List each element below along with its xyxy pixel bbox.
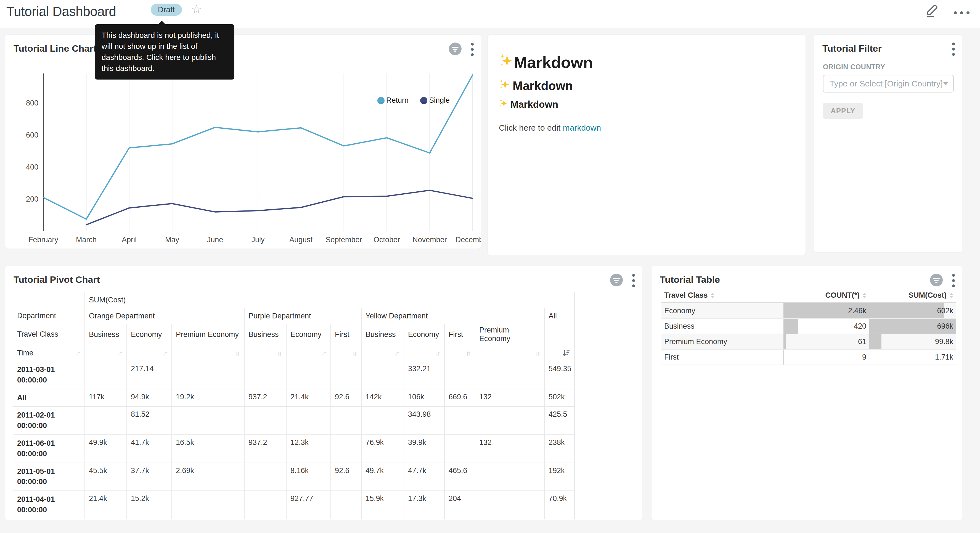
travel-class-cell: Business <box>662 318 783 334</box>
pivot-value-cell <box>286 361 331 389</box>
sort-icon[interactable]: ↓↑ <box>117 349 123 357</box>
pivot-value-cell: 132 <box>475 389 544 407</box>
table-column-header-label: COUNT(*) <box>826 291 860 300</box>
draft-status-badge[interactable]: Draft <box>151 3 182 16</box>
more-options-ellipsis-icon[interactable] <box>954 8 969 14</box>
filter-card-title: Tutorial Filter <box>822 43 882 54</box>
table-value-cell: 1.71k <box>869 349 956 365</box>
kebab-menu-icon[interactable] <box>952 43 955 56</box>
series-line-single[interactable] <box>86 190 473 225</box>
pivot-value-cell: 549.35 <box>544 361 574 389</box>
origin-country-select[interactable]: Type or Select [Origin Country] <box>823 75 954 93</box>
column-sorter-icon[interactable] <box>949 293 953 298</box>
top-header: Tutorial Dashboard Draft ☆ <box>0 0 980 28</box>
sort-desc-active-icon[interactable] <box>562 349 570 357</box>
pivot-value-cell: 19.2k <box>172 389 244 407</box>
table-column-header[interactable]: SUM(Cost) <box>869 288 956 303</box>
sort-icon[interactable]: ↓↑ <box>395 349 400 357</box>
table-value-cell: 2.46k <box>783 303 869 319</box>
pivot-class-header: Business <box>244 324 286 345</box>
value-text: 696k <box>872 322 953 330</box>
pivot-sort-cell[interactable]: ↓↑ <box>85 345 127 361</box>
travel-class-table-wrap: Travel ClassCOUNT(*)SUM(Cost)Economy2.46… <box>662 288 956 365</box>
travel-class-table: Travel ClassCOUNT(*)SUM(Cost)Economy2.46… <box>662 288 956 365</box>
pivot-value-cell: 94.9k <box>127 389 172 407</box>
filter-circle-icon[interactable] <box>930 274 943 287</box>
kebab-menu-icon[interactable] <box>632 274 635 287</box>
table-card-title: Tutorial Table <box>660 274 720 285</box>
pivot-value-cell <box>331 491 361 519</box>
sort-icon[interactable]: ↓↑ <box>75 349 81 357</box>
pivot-sort-cell[interactable] <box>544 345 574 361</box>
pivot-sort-cell[interactable]: ↓↑ <box>444 345 475 361</box>
y-axis-tick-label: 600 <box>26 131 38 139</box>
pivot-group-header: Yellow Department <box>361 308 544 324</box>
sort-icon[interactable]: ↓↑ <box>321 349 326 357</box>
markdown-edit-link[interactable]: markdown <box>563 123 601 132</box>
pivot-sort-cell[interactable]: ↓↑ <box>286 345 331 361</box>
sort-icon[interactable]: ↓↑ <box>162 349 167 357</box>
apply-button[interactable]: APPLY <box>823 103 863 119</box>
sparkles-icon <box>499 99 508 110</box>
filter-circle-icon[interactable] <box>610 274 623 287</box>
sort-icon[interactable]: ↓↑ <box>235 349 240 357</box>
column-sorter-icon[interactable] <box>862 293 866 298</box>
pivot-sort-cell[interactable]: ↓↑ <box>361 345 404 361</box>
pivot-value-cell <box>444 361 475 389</box>
pivot-value-cell <box>85 361 127 389</box>
pivot-value-cell: 117k <box>85 389 127 407</box>
pivot-sort-cell[interactable]: ↓↑ <box>331 345 361 361</box>
pivot-sort-cell[interactable]: ↓↑ <box>172 345 244 361</box>
pivot-time-label: Time <box>17 349 33 357</box>
table-column-header[interactable]: COUNT(*) <box>783 288 869 303</box>
pivot-card-title: Tutorial Pivot Chart <box>14 274 100 285</box>
pivot-sort-cell[interactable]: ↓↑ <box>404 345 444 361</box>
table-column-header-label: Travel Class <box>664 291 708 300</box>
pivot-value-cell: 106k <box>404 389 444 407</box>
pivot-row: 2011-05-01 00:00:0045.5k37.7k2.69k8.16k9… <box>13 463 574 491</box>
pivot-row-label: 2011-04-01 00:00:00 <box>13 491 85 519</box>
sparkles-icon <box>499 79 510 93</box>
pivot-value-cell <box>244 361 286 389</box>
pivot-chart-card: Tutorial Pivot Chart SUM(Cost)Department… <box>5 266 643 520</box>
pivot-row: All117k94.9k19.2k937.221.4k92.6142k106k6… <box>13 389 574 407</box>
sort-icon[interactable]: ↓↑ <box>435 349 440 357</box>
pivot-row: 2011-06-01 00:00:0049.9k41.7k16.5k937.21… <box>13 435 574 463</box>
favorite-star-icon[interactable]: ☆ <box>191 2 202 16</box>
markdown-h2-text: Markdown <box>513 79 573 93</box>
sort-icon[interactable]: ↓↑ <box>466 349 471 357</box>
pivot-value-cell: 142k <box>361 389 404 407</box>
pivot-sort-cell[interactable]: Time↓↑ <box>13 345 85 361</box>
sort-icon[interactable]: ↓↑ <box>277 349 282 357</box>
header-actions <box>925 3 969 19</box>
pivot-class-header: First <box>331 324 361 345</box>
pivot-class-header: Business <box>361 324 404 345</box>
markdown-h1: Markdown <box>499 53 593 72</box>
x-axis-tick-label: February <box>29 236 59 244</box>
markdown-paragraph-text: Click here to edit <box>499 123 563 132</box>
kebab-menu-icon[interactable] <box>952 274 955 287</box>
travel-class-cell: Premium Economy <box>662 334 783 349</box>
value-bar <box>783 349 784 365</box>
edit-pencil-icon[interactable] <box>925 3 939 19</box>
pivot-sort-cell[interactable]: ↓↑ <box>127 345 172 361</box>
markdown-card[interactable]: Markdown Markdown Markdown Click here to… <box>487 35 806 255</box>
page-title: Tutorial Dashboard <box>6 4 116 19</box>
pivot-class-header: Premium Economy <box>475 324 544 345</box>
pivot-value-cell: 16.5k <box>172 435 244 463</box>
table-column-header[interactable]: Travel Class <box>662 288 783 303</box>
pivot-sort-cell[interactable]: ↓↑ <box>244 345 286 361</box>
sort-icon[interactable]: ↓↑ <box>535 349 540 357</box>
x-axis-tick-label: July <box>251 236 265 244</box>
pivot-value-cell <box>172 361 244 389</box>
pivot-value-cell <box>286 407 331 435</box>
pivot-table-wrap: SUM(Cost)DepartmentOrange DepartmentPurp… <box>13 292 575 519</box>
pivot-class-header: First <box>444 324 475 345</box>
pivot-value-cell: 132 <box>475 435 544 463</box>
column-sorter-icon[interactable] <box>711 293 714 298</box>
pivot-row: 2011-04-01 00:00:0021.4k15.2k927.7715.9k… <box>13 491 574 519</box>
value-text: 9 <box>786 353 866 362</box>
pivot-sort-cell[interactable]: ↓↑ <box>475 345 544 361</box>
sort-icon[interactable]: ↓↑ <box>352 349 357 357</box>
y-axis-tick-label: 800 <box>26 99 38 107</box>
